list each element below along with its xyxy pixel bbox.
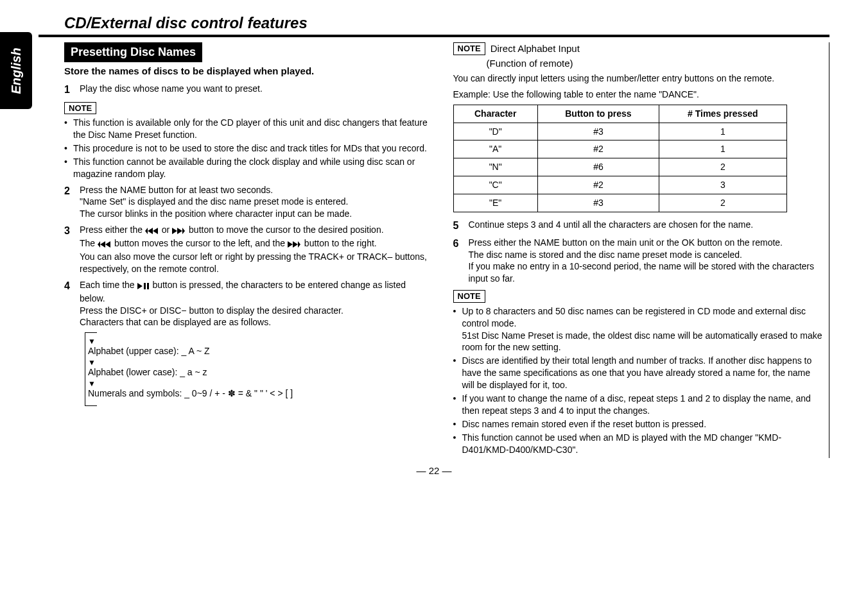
step-text: The cursor blinks in the position where … <box>80 208 352 219</box>
table-row: "E" #3 2 <box>453 194 786 212</box>
step-text: button to the right. <box>304 238 377 248</box>
step-1: 1 Play the disc whose name you want to p… <box>64 83 434 97</box>
step-text: or <box>162 225 172 235</box>
table-row: "N" #6 2 <box>453 158 786 176</box>
svg-marker-12 <box>137 283 143 289</box>
svg-marker-10 <box>293 241 298 248</box>
language-label: English <box>8 47 25 94</box>
step-5: 5 Continue steps 3 and 4 until all the c… <box>453 219 823 233</box>
svg-marker-4 <box>177 228 182 234</box>
list-item: This function is available only for the … <box>64 117 434 141</box>
down-arrow-icon: ▼ <box>88 380 434 387</box>
language-tab: English <box>0 32 32 109</box>
list-item: Discs are identified by their total leng… <box>453 355 823 391</box>
note-label-box: NOTE <box>453 42 485 55</box>
svg-marker-6 <box>98 241 100 248</box>
step-number: 3 <box>64 224 74 275</box>
step-number: 6 <box>453 237 464 285</box>
step-text: Characters that can be displayed are as … <box>80 317 271 327</box>
step-text: button moves the cursor to the left, and… <box>114 238 288 248</box>
table-cell: #3 <box>537 194 659 212</box>
list-item: Disc names remain stored even if the res… <box>453 418 823 430</box>
step-4: 4 Each time the button is pressed, the c… <box>64 279 434 406</box>
svg-marker-1 <box>148 228 153 234</box>
skip-forward-icon <box>288 239 302 251</box>
note-title: Direct Alphabet Input <box>490 42 580 55</box>
step-text: The <box>80 238 98 248</box>
step-text: Each time the <box>80 280 137 290</box>
note-2-list: Up to 8 characters and 50 disc names can… <box>453 305 823 456</box>
step-number: 4 <box>64 279 74 406</box>
table-cell: #2 <box>537 140 659 158</box>
char-line-upper: Alphabet (upper case): _ A ~ Z <box>88 345 434 357</box>
step-body: Continue steps 3 and 4 until all the cha… <box>469 219 823 233</box>
right-column: NOTE Direct Alphabet Input (Function of … <box>453 42 830 458</box>
table-cell: 1 <box>659 140 786 158</box>
note-label-box: NOTE <box>453 290 485 303</box>
table-cell: 3 <box>659 176 786 194</box>
note-subtitle: (Function of remote) <box>487 57 823 70</box>
list-item: This function cannot be used when an MD … <box>453 432 823 456</box>
svg-marker-9 <box>288 241 293 248</box>
step-body: Each time the button is pressed, the cha… <box>80 279 434 406</box>
table-head-row: Character Button to press # Times presse… <box>453 105 786 123</box>
table-cell: "D" <box>453 123 537 140</box>
svg-marker-7 <box>100 241 105 248</box>
page-number: — 22 — <box>39 464 829 477</box>
note-label-box: NOTE <box>64 102 96 115</box>
step-3: 3 Press either the or button to move the… <box>64 224 434 275</box>
section-heading: Presetting Disc Names <box>64 42 202 62</box>
table-cell: "E" <box>453 194 537 212</box>
paragraph: You can directly input letters using the… <box>453 72 823 85</box>
svg-marker-8 <box>105 241 110 248</box>
table-row: "A" #2 1 <box>453 140 786 158</box>
character-sequence-box: ▼ Alphabet (upper case): _ A ~ Z ▼ Alpha… <box>85 332 434 406</box>
step-2: 2 Press the NAME button for at least two… <box>64 184 434 221</box>
step-text: Press either the <box>80 225 145 235</box>
list-item: This function cannot be available during… <box>64 156 434 180</box>
table-cell: #2 <box>537 176 659 194</box>
step-number: 1 <box>64 83 74 97</box>
step-text: If you make no entry in a 10-second peri… <box>469 261 815 284</box>
table-cell: #6 <box>537 158 659 176</box>
svg-marker-2 <box>153 228 158 234</box>
page-title: CD/External disc control features <box>64 13 829 33</box>
table-head-cell: Button to press <box>537 105 659 123</box>
table-cell: 1 <box>659 123 786 140</box>
note-1-list: This function is available only for the … <box>64 117 434 180</box>
columns: Presetting Disc Names Store the names of… <box>64 42 829 458</box>
step-6: 6 Press either the NAME button on the ma… <box>453 237 823 285</box>
step-body: Press either the or button to move the c… <box>80 224 434 275</box>
table-cell: 2 <box>659 158 786 176</box>
paragraph: Example: Use the following table to ente… <box>453 89 823 101</box>
down-arrow-icon: ▼ <box>88 359 434 366</box>
step-text: The disc name is stored and the disc nam… <box>469 250 742 260</box>
table-cell: "N" <box>453 158 537 176</box>
step-body: Press the NAME button for at least two s… <box>80 184 434 221</box>
play-pause-icon <box>137 280 150 293</box>
step-body: Press either the NAME button on the main… <box>469 237 823 285</box>
svg-rect-14 <box>147 283 149 289</box>
dance-table: Character Button to press # Times presse… <box>453 105 787 212</box>
list-item: This procedure is not to be used to stor… <box>64 142 434 155</box>
step-number: 2 <box>64 184 74 221</box>
table-row: "D" #3 1 <box>453 123 786 140</box>
skip-back-icon <box>145 225 159 237</box>
svg-marker-0 <box>145 228 148 234</box>
table-row: "C" #2 3 <box>453 176 786 194</box>
step-text: Press either the NAME button on the main… <box>469 237 783 248</box>
step-number: 5 <box>453 219 464 233</box>
step-body: Play the disc whose name you want to pre… <box>80 83 434 97</box>
svg-marker-5 <box>182 228 185 234</box>
step-text: Press the DISC+ or DISC− button to displ… <box>80 305 343 316</box>
title-bar: CD/External disc control features <box>39 13 829 37</box>
table-head-cell: Character <box>453 105 537 123</box>
page: English CD/External disc control feature… <box>0 0 868 484</box>
step-text: button to move the cursor to the desired… <box>189 225 384 235</box>
svg-marker-11 <box>298 241 300 248</box>
table-head-cell: # Times pressed <box>659 105 786 123</box>
step-text: Press the NAME button for at least two s… <box>80 185 273 195</box>
step-text: You can also move the cursor left or rig… <box>80 251 427 274</box>
step-text: "Name Set" is displayed and the disc nam… <box>80 196 349 207</box>
table-cell: "C" <box>453 176 537 194</box>
